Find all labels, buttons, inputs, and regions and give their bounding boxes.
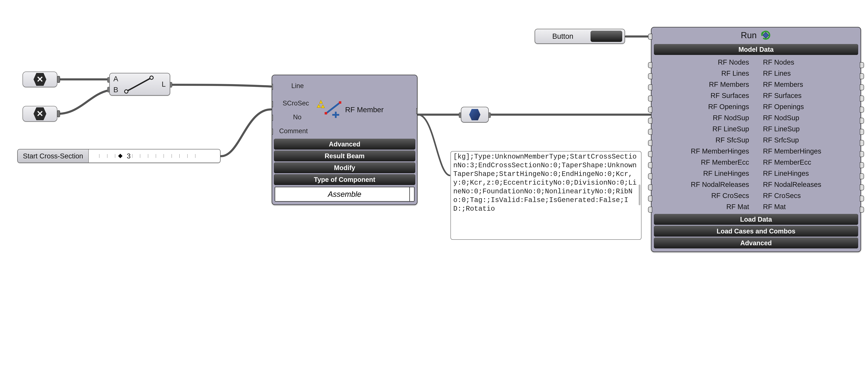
model-data-params: RF NodesRF NodesRF LinesRF LinesRF Membe… xyxy=(652,56,861,213)
port-in-comment[interactable] xyxy=(272,129,273,135)
bar-type-of-component[interactable]: Type of Component xyxy=(274,174,415,185)
param-out-port-1[interactable] xyxy=(860,73,864,79)
param-in-port-9[interactable] xyxy=(648,162,652,168)
button-component[interactable]: Button xyxy=(535,29,625,44)
param-in-7: RF SfcSup xyxy=(657,135,756,146)
param-out-port-6[interactable] xyxy=(860,129,864,135)
param-in-6: RF LineSup xyxy=(657,123,756,135)
line-icon xyxy=(122,73,158,95)
param-out-11: RF NodalReleases xyxy=(756,179,855,190)
param-in-port-1[interactable] xyxy=(648,73,652,79)
param-in-port-10[interactable] xyxy=(648,173,652,179)
param-in-port-0[interactable] xyxy=(648,62,652,68)
output-port[interactable] xyxy=(488,112,491,118)
text-panel[interactable]: [kg];Type:UnknownMemberType;StartCrossSe… xyxy=(451,151,642,240)
section-load-data[interactable]: Load Data xyxy=(654,214,858,225)
param-out-10: RF LineHinges xyxy=(756,168,855,179)
port-out-member[interactable] xyxy=(416,108,417,114)
param-in-port-3[interactable] xyxy=(648,95,652,101)
param-out-port-8[interactable] xyxy=(860,151,864,157)
port-in-line[interactable] xyxy=(272,84,273,90)
param-in-port-11[interactable] xyxy=(648,184,652,190)
port-in-no[interactable] xyxy=(272,115,273,121)
param-out-port-2[interactable] xyxy=(860,84,864,90)
param-out-port-7[interactable] xyxy=(860,140,864,146)
param-in-1: RF Lines xyxy=(657,68,756,79)
output-grip[interactable] xyxy=(57,110,60,117)
param-out-9: RF MemberEcc xyxy=(756,157,855,168)
param-in-port-12[interactable] xyxy=(648,196,652,202)
start-cross-section-slider[interactable]: Start Cross-Section 3 xyxy=(18,149,220,163)
param-in-2: RF Members xyxy=(657,79,756,90)
param-in-port-4[interactable] xyxy=(648,107,652,113)
input-port-b[interactable] xyxy=(107,87,110,92)
svg-point-2 xyxy=(150,76,153,79)
input-scrosec: SCroSec xyxy=(283,99,309,107)
param-out-port-0[interactable] xyxy=(860,62,864,68)
input-port[interactable] xyxy=(459,112,461,118)
svg-marker-5 xyxy=(321,105,324,108)
slider-value: 3 xyxy=(127,152,130,160)
bar-modify[interactable]: Modify xyxy=(274,162,415,173)
button-output-port[interactable] xyxy=(625,34,625,39)
panel-input-port[interactable] xyxy=(451,174,451,180)
param-out-4: RF Openings xyxy=(756,101,855,112)
param-out-port-11[interactable] xyxy=(860,184,864,190)
bar-result-beam[interactable]: Result Beam xyxy=(274,151,415,161)
section-advanced[interactable]: Advanced xyxy=(654,238,858,248)
data-param[interactable] xyxy=(461,107,489,122)
run-input-port[interactable] xyxy=(648,34,652,39)
scrollbar-thumb[interactable] xyxy=(639,184,641,205)
param-out-port-4[interactable] xyxy=(860,107,864,113)
grasshopper-canvas[interactable]: { "pill_a": { "icon_label": "✕" }, "pill… xyxy=(0,0,868,387)
param-out-5: RF NodSup xyxy=(756,112,855,123)
param-in-9: RF MemberEcc xyxy=(657,157,756,168)
input-comment: Comment xyxy=(279,127,308,135)
run-panel[interactable]: Run Model Data RF NodesRF NodesRF LinesR… xyxy=(651,27,861,252)
section-load-cases[interactable]: Load Cases and Combos xyxy=(654,226,858,237)
svg-line-6 xyxy=(326,103,340,113)
assemble-button[interactable]: Assemble xyxy=(275,187,414,202)
button-label: Button xyxy=(535,32,591,40)
label-a: A xyxy=(113,75,118,83)
output-port-l[interactable] xyxy=(170,82,172,88)
param-out-port-5[interactable] xyxy=(860,118,864,124)
param-in-port-13[interactable] xyxy=(648,207,652,213)
member-icon xyxy=(316,99,343,119)
param-out-port-10[interactable] xyxy=(860,173,864,179)
button-face[interactable] xyxy=(591,31,622,42)
param-out-6: RF LineSup xyxy=(756,123,855,135)
param-out-port-9[interactable] xyxy=(860,162,864,168)
rf-member-component[interactable]: Line SCroSec No Comment RF Member Advanc… xyxy=(272,75,417,205)
param-in-port-8[interactable] xyxy=(648,151,652,157)
param-out-port-13[interactable] xyxy=(860,207,864,213)
slider-handle[interactable] xyxy=(118,154,122,158)
label-l: L xyxy=(162,80,166,88)
output-rf-member: RF Member xyxy=(345,106,384,114)
svg-rect-12 xyxy=(763,32,769,38)
slider-track[interactable]: 3 xyxy=(89,149,220,162)
panel-text: [kg];Type:UnknownMemberType;StartCrossSe… xyxy=(453,153,637,213)
port-in-scrosec[interactable] xyxy=(272,101,273,107)
param-out-3: RF Surfaces xyxy=(756,90,855,101)
param-out-2: RF Members xyxy=(756,79,855,90)
input-port-a[interactable] xyxy=(107,77,110,83)
param-out-port-12[interactable] xyxy=(860,196,864,202)
param-in-port-5[interactable] xyxy=(648,118,652,124)
param-out-8: RF MemberHinges xyxy=(756,146,855,157)
param-out-port-3[interactable] xyxy=(860,95,864,101)
section-model-data[interactable]: Model Data xyxy=(654,44,858,55)
point-param-b[interactable]: ✕ xyxy=(23,106,57,122)
output-grip[interactable] xyxy=(57,76,60,83)
svg-point-1 xyxy=(125,90,128,93)
run-title: Run xyxy=(741,30,757,40)
param-in-port-2[interactable] xyxy=(648,84,652,90)
param-in-port-6[interactable] xyxy=(648,129,652,135)
line-component[interactable]: A B L xyxy=(110,73,170,95)
label-b: B xyxy=(113,86,118,94)
param-in-10: RF LineHinges xyxy=(657,168,756,179)
bar-advanced[interactable]: Advanced xyxy=(274,139,415,150)
point-param-a[interactable]: ✕ xyxy=(23,71,57,87)
param-in-port-7[interactable] xyxy=(648,140,652,146)
param-in-13: RF Mat xyxy=(657,201,756,212)
